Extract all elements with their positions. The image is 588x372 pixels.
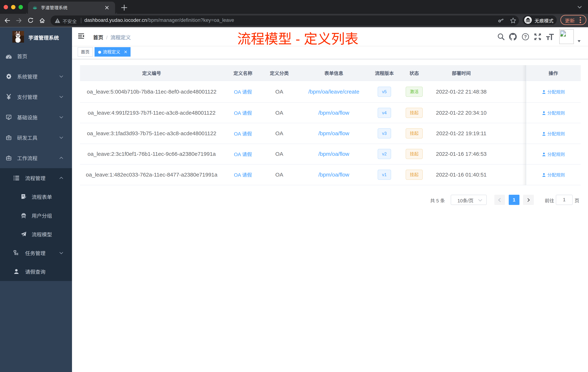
svg-text:?: ? — [524, 34, 527, 39]
